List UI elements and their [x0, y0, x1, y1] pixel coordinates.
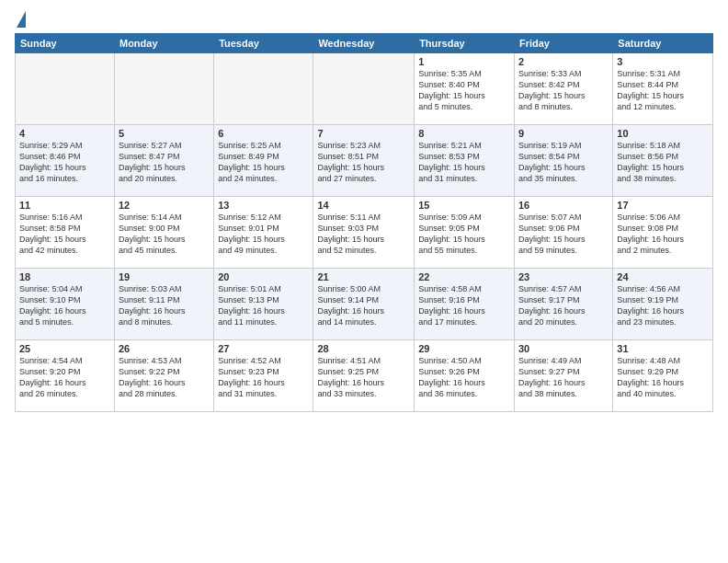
cell-details: Sunrise: 4:54 AM Sunset: 9:20 PM Dayligh…	[19, 355, 110, 400]
calendar-cell: 2Sunrise: 5:33 AM Sunset: 8:42 PM Daylig…	[514, 53, 612, 125]
day-number: 21	[317, 271, 410, 282]
day-number: 2	[518, 56, 609, 67]
cell-details: Sunrise: 5:07 AM Sunset: 9:06 PM Dayligh…	[518, 212, 609, 257]
logo-triangle-icon	[17, 11, 26, 28]
day-number: 13	[218, 200, 309, 211]
calendar-row-4: 25Sunrise: 4:54 AM Sunset: 9:20 PM Dayli…	[16, 340, 713, 412]
day-number: 20	[218, 271, 309, 282]
calendar-cell: 25Sunrise: 4:54 AM Sunset: 9:20 PM Dayli…	[16, 340, 115, 412]
day-number: 31	[617, 343, 709, 354]
day-number: 24	[617, 271, 709, 282]
day-number: 25	[19, 343, 110, 354]
cell-details: Sunrise: 5:14 AM Sunset: 9:00 PM Dayligh…	[119, 212, 210, 257]
day-number: 8	[418, 128, 510, 139]
cell-details: Sunrise: 5:04 AM Sunset: 9:10 PM Dayligh…	[19, 283, 110, 328]
cell-details: Sunrise: 4:56 AM Sunset: 9:19 PM Dayligh…	[617, 283, 709, 328]
calendar-cell: 11Sunrise: 5:16 AM Sunset: 8:58 PM Dayli…	[16, 197, 115, 269]
day-number: 30	[518, 343, 609, 354]
calendar-cell: 24Sunrise: 4:56 AM Sunset: 9:19 PM Dayli…	[613, 269, 713, 340]
calendar-cell: 3Sunrise: 5:31 AM Sunset: 8:44 PM Daylig…	[613, 53, 713, 125]
day-number: 3	[617, 56, 709, 67]
calendar-cell: 18Sunrise: 5:04 AM Sunset: 9:10 PM Dayli…	[16, 269, 115, 340]
cell-details: Sunrise: 5:03 AM Sunset: 9:11 PM Dayligh…	[119, 283, 210, 328]
cell-details: Sunrise: 5:19 AM Sunset: 8:54 PM Dayligh…	[518, 140, 609, 185]
cell-details: Sunrise: 5:27 AM Sunset: 8:47 PM Dayligh…	[119, 140, 210, 185]
weekday-header-wednesday: Wednesday	[313, 34, 415, 53]
day-number: 11	[19, 200, 110, 211]
weekday-header-sunday: Sunday	[16, 34, 115, 53]
calendar-cell: 21Sunrise: 5:00 AM Sunset: 9:14 PM Dayli…	[313, 269, 415, 340]
logo-top	[15, 11, 26, 28]
cell-details: Sunrise: 5:23 AM Sunset: 8:51 PM Dayligh…	[317, 140, 410, 185]
calendar-cell	[16, 53, 115, 125]
calendar-cell: 14Sunrise: 5:11 AM Sunset: 9:03 PM Dayli…	[313, 197, 415, 269]
calendar-cell: 4Sunrise: 5:29 AM Sunset: 8:46 PM Daylig…	[16, 125, 115, 197]
cell-details: Sunrise: 5:33 AM Sunset: 8:42 PM Dayligh…	[518, 68, 609, 113]
calendar-cell: 6Sunrise: 5:25 AM Sunset: 8:49 PM Daylig…	[214, 125, 313, 197]
day-number: 9	[518, 128, 609, 139]
calendar-cell: 8Sunrise: 5:21 AM Sunset: 8:53 PM Daylig…	[415, 125, 515, 197]
calendar-cell: 15Sunrise: 5:09 AM Sunset: 9:05 PM Dayli…	[415, 197, 515, 269]
day-number: 19	[119, 271, 210, 282]
calendar-cell: 13Sunrise: 5:12 AM Sunset: 9:01 PM Dayli…	[214, 197, 313, 269]
day-number: 6	[218, 128, 309, 139]
day-number: 18	[19, 271, 110, 282]
cell-details: Sunrise: 4:57 AM Sunset: 9:17 PM Dayligh…	[518, 283, 609, 328]
day-number: 1	[418, 56, 510, 67]
weekday-header-friday: Friday	[514, 34, 612, 53]
cell-details: Sunrise: 5:12 AM Sunset: 9:01 PM Dayligh…	[218, 212, 309, 257]
weekday-header-saturday: Saturday	[613, 34, 713, 53]
calendar-cell	[114, 53, 213, 125]
calendar-row-3: 18Sunrise: 5:04 AM Sunset: 9:10 PM Dayli…	[16, 269, 713, 340]
calendar-cell: 23Sunrise: 4:57 AM Sunset: 9:17 PM Dayli…	[514, 269, 612, 340]
calendar-cell: 9Sunrise: 5:19 AM Sunset: 8:54 PM Daylig…	[514, 125, 612, 197]
calendar-cell: 12Sunrise: 5:14 AM Sunset: 9:00 PM Dayli…	[114, 197, 213, 269]
calendar-cell: 28Sunrise: 4:51 AM Sunset: 9:25 PM Dayli…	[313, 340, 415, 412]
calendar-cell: 7Sunrise: 5:23 AM Sunset: 8:51 PM Daylig…	[313, 125, 415, 197]
calendar-cell	[313, 53, 415, 125]
calendar-table: SundayMondayTuesdayWednesdayThursdayFrid…	[15, 33, 713, 412]
day-number: 12	[119, 200, 210, 211]
logo	[15, 11, 26, 26]
day-number: 22	[418, 271, 510, 282]
day-number: 5	[119, 128, 210, 139]
cell-details: Sunrise: 5:18 AM Sunset: 8:56 PM Dayligh…	[617, 140, 709, 185]
cell-details: Sunrise: 5:29 AM Sunset: 8:46 PM Dayligh…	[19, 140, 110, 185]
day-number: 17	[617, 200, 709, 211]
calendar-cell: 17Sunrise: 5:06 AM Sunset: 9:08 PM Dayli…	[613, 197, 713, 269]
weekday-header-monday: Monday	[114, 34, 213, 53]
calendar-row-0: 1Sunrise: 5:35 AM Sunset: 8:40 PM Daylig…	[16, 53, 713, 125]
day-number: 7	[317, 128, 410, 139]
cell-details: Sunrise: 5:06 AM Sunset: 9:08 PM Dayligh…	[617, 212, 709, 257]
day-number: 4	[19, 128, 110, 139]
cell-details: Sunrise: 5:25 AM Sunset: 8:49 PM Dayligh…	[218, 140, 309, 185]
calendar-cell: 16Sunrise: 5:07 AM Sunset: 9:06 PM Dayli…	[514, 197, 612, 269]
day-number: 16	[518, 200, 609, 211]
day-number: 23	[518, 271, 609, 282]
calendar-cell: 27Sunrise: 4:52 AM Sunset: 9:23 PM Dayli…	[214, 340, 313, 412]
header	[15, 11, 713, 26]
calendar-cell: 5Sunrise: 5:27 AM Sunset: 8:47 PM Daylig…	[114, 125, 213, 197]
calendar-cell	[214, 53, 313, 125]
cell-details: Sunrise: 4:53 AM Sunset: 9:22 PM Dayligh…	[119, 355, 210, 400]
weekday-header-thursday: Thursday	[415, 34, 515, 53]
weekday-header-tuesday: Tuesday	[214, 34, 313, 53]
page: SundayMondayTuesdayWednesdayThursdayFrid…	[0, 0, 728, 563]
day-number: 29	[418, 343, 510, 354]
cell-details: Sunrise: 4:48 AM Sunset: 9:29 PM Dayligh…	[617, 355, 709, 400]
calendar-cell: 29Sunrise: 4:50 AM Sunset: 9:26 PM Dayli…	[415, 340, 515, 412]
cell-details: Sunrise: 4:52 AM Sunset: 9:23 PM Dayligh…	[218, 355, 309, 400]
calendar-cell: 20Sunrise: 5:01 AM Sunset: 9:13 PM Dayli…	[214, 269, 313, 340]
cell-details: Sunrise: 5:11 AM Sunset: 9:03 PM Dayligh…	[317, 212, 410, 257]
cell-details: Sunrise: 5:21 AM Sunset: 8:53 PM Dayligh…	[418, 140, 510, 185]
cell-details: Sunrise: 5:01 AM Sunset: 9:13 PM Dayligh…	[218, 283, 309, 328]
calendar-cell: 19Sunrise: 5:03 AM Sunset: 9:11 PM Dayli…	[114, 269, 213, 340]
day-number: 10	[617, 128, 709, 139]
calendar-row-1: 4Sunrise: 5:29 AM Sunset: 8:46 PM Daylig…	[16, 125, 713, 197]
day-number: 14	[317, 200, 410, 211]
calendar-cell: 30Sunrise: 4:49 AM Sunset: 9:27 PM Dayli…	[514, 340, 612, 412]
cell-details: Sunrise: 4:51 AM Sunset: 9:25 PM Dayligh…	[317, 355, 410, 400]
cell-details: Sunrise: 5:00 AM Sunset: 9:14 PM Dayligh…	[317, 283, 410, 328]
calendar-cell: 31Sunrise: 4:48 AM Sunset: 9:29 PM Dayli…	[613, 340, 713, 412]
cell-details: Sunrise: 4:50 AM Sunset: 9:26 PM Dayligh…	[418, 355, 510, 400]
